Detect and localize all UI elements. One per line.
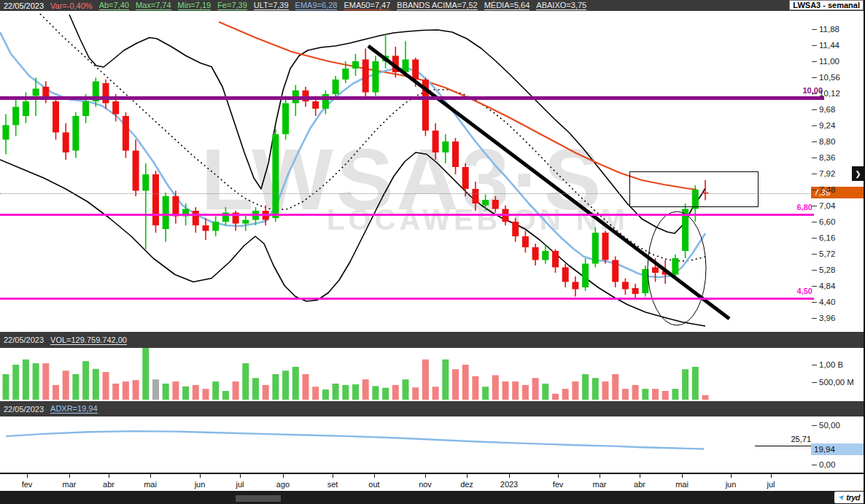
candle bbox=[133, 140, 139, 197]
volume-bar bbox=[462, 365, 469, 400]
volume-bar bbox=[632, 385, 639, 400]
adxr-level-line bbox=[755, 446, 815, 446]
price-level-line[interactable] bbox=[0, 96, 824, 100]
time-axis-tick bbox=[150, 474, 151, 478]
price-level-label: 4,50 bbox=[783, 287, 812, 295]
volume-bar bbox=[42, 363, 49, 400]
volume-bar bbox=[572, 381, 578, 400]
time-axis-tick bbox=[682, 474, 683, 478]
adxr-header-bar: 22/05/2023 ADXR=19,94 bbox=[0, 401, 865, 416]
volume-bar bbox=[322, 389, 329, 400]
tryd-arrow-icon: ➤ bbox=[837, 492, 847, 502]
candle bbox=[682, 203, 688, 258]
adxr-last-label: 19,94 bbox=[811, 443, 865, 455]
price-axis-tick: 11,44 bbox=[812, 40, 839, 50]
time-axis-tick bbox=[27, 474, 28, 478]
header-indicator-item[interactable]: ABAIXO=3,75 bbox=[536, 1, 586, 10]
candle bbox=[562, 264, 569, 288]
volume-bar bbox=[233, 381, 239, 400]
horizontal-scrollbar-thumb[interactable] bbox=[236, 495, 281, 502]
price-axis-tick: 4,84 bbox=[812, 281, 835, 291]
volume-value[interactable]: VOL=129.759.742,00 bbox=[50, 336, 127, 345]
volume-bar bbox=[662, 391, 669, 400]
volume-bar bbox=[403, 379, 409, 400]
volume-bar bbox=[702, 395, 709, 400]
time-axis-tick bbox=[109, 474, 109, 478]
header-indicator-item[interactable]: Fe=7,39 bbox=[217, 1, 247, 10]
volume-axis-tick: 500,00 M bbox=[812, 377, 854, 387]
adxr-value[interactable]: ADXR=19,94 bbox=[50, 404, 98, 414]
time-axis-label: abr bbox=[103, 480, 115, 489]
header-indicator-item[interactable]: ULT=7,39 bbox=[254, 1, 289, 10]
price-level-line[interactable] bbox=[0, 214, 814, 216]
candle bbox=[372, 56, 379, 96]
volume-bar bbox=[263, 385, 269, 400]
time-axis-label: jul bbox=[236, 480, 244, 489]
candle bbox=[382, 34, 389, 69]
volume-bar bbox=[292, 367, 299, 400]
tryd-logo-text: tryd bbox=[846, 493, 860, 502]
candle bbox=[272, 129, 279, 222]
header-indicator-item[interactable]: 22/05/2023 bbox=[4, 1, 44, 10]
volume-bar bbox=[242, 363, 249, 400]
rectangle-annotation[interactable] bbox=[629, 171, 759, 207]
time-axis-label: nov bbox=[419, 480, 432, 489]
time-axis-label: abr bbox=[634, 480, 645, 489]
volume-bar bbox=[342, 385, 349, 400]
time-axis-tick bbox=[333, 474, 333, 478]
volume-bar bbox=[372, 386, 379, 400]
candle bbox=[532, 244, 539, 265]
volume-bar bbox=[222, 391, 229, 400]
header-indicator-item[interactable]: Ab=7,40 bbox=[99, 1, 129, 10]
header-indicator-item[interactable]: MÉDIA=5,64 bbox=[484, 1, 530, 10]
volume-bar bbox=[582, 374, 589, 400]
header-indicator-item[interactable]: EMA50=7,47 bbox=[344, 1, 390, 10]
volume-header-bar: 22/05/2023 VOL=129.759.742,00 bbox=[0, 332, 865, 348]
time-axis-tick bbox=[467, 474, 468, 478]
price-axis-tick: 6,60 bbox=[812, 217, 835, 227]
candle bbox=[103, 80, 109, 109]
candle bbox=[612, 257, 618, 288]
adxr-chart-canvas[interactable] bbox=[0, 416, 810, 473]
candle bbox=[592, 228, 599, 268]
tryd-logo: ➤ tryd bbox=[834, 492, 864, 503]
volume-chart-canvas[interactable] bbox=[0, 348, 810, 401]
time-axis-tick bbox=[200, 474, 201, 478]
header-indicator-item[interactable]: Max=7,74 bbox=[136, 1, 171, 10]
volume-bar bbox=[53, 385, 59, 400]
adxr-axis-tick: 0,00 bbox=[812, 460, 835, 470]
price-level-line[interactable] bbox=[0, 298, 814, 300]
price-axis-tick: 6,16 bbox=[812, 233, 835, 243]
volume-bar bbox=[522, 385, 529, 400]
time-axis-label: jul bbox=[767, 480, 775, 489]
price-axis-tick: 7,48 bbox=[812, 185, 835, 195]
header-indicator-item[interactable]: Var=-0,40% bbox=[50, 1, 93, 10]
header-indicator-item[interactable]: BBANDS ACIMA=7,52 bbox=[397, 1, 477, 10]
scroll-right-button[interactable]: ❯ bbox=[852, 166, 864, 181]
volume-bar bbox=[103, 372, 109, 400]
time-axis-tick bbox=[640, 474, 640, 478]
time-axis-label: mar bbox=[63, 480, 77, 489]
bottom-status-bar bbox=[0, 491, 865, 504]
header-indicator-item[interactable]: Min=7,19 bbox=[178, 1, 212, 10]
header-indicator-item[interactable]: EMA9=6,28 bbox=[295, 1, 338, 10]
volume-bar bbox=[163, 384, 169, 400]
candle bbox=[12, 98, 19, 136]
price-axis-tick: 7,04 bbox=[812, 201, 835, 211]
adxr-line bbox=[6, 431, 704, 449]
volume-bar bbox=[672, 389, 678, 400]
time-axis-label: jun bbox=[726, 480, 737, 489]
price-axis-tick: 8,36 bbox=[812, 152, 835, 163]
volume-bar bbox=[3, 374, 9, 400]
price-axis-tick: 11,00 bbox=[812, 56, 839, 66]
volume-bar bbox=[133, 380, 139, 400]
time-axis-tick bbox=[69, 474, 70, 478]
volume-bar bbox=[312, 387, 319, 400]
candle bbox=[632, 284, 639, 298]
time-axis-tick bbox=[558, 474, 559, 478]
candle bbox=[53, 98, 59, 140]
volume-bar bbox=[482, 387, 489, 400]
price-axis-tick: 3,96 bbox=[812, 313, 835, 323]
time-axis-label: fev bbox=[22, 480, 33, 489]
volume-bar bbox=[333, 384, 339, 400]
